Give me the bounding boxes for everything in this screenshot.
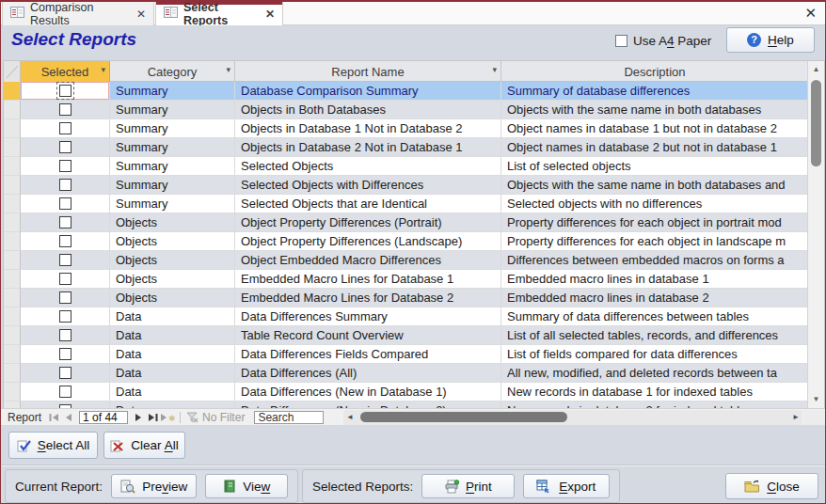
window-close-icon[interactable]: ✕ <box>804 5 817 22</box>
scroll-down-icon[interactable]: ▼ <box>808 392 824 407</box>
help-button[interactable]: ? Help <box>726 27 815 53</box>
category-cell[interactable]: Data <box>110 326 235 345</box>
row-checkbox[interactable] <box>59 179 71 191</box>
search-input[interactable] <box>254 411 324 424</box>
horizontal-scrollbar[interactable]: ◄ ► <box>343 410 802 425</box>
category-cell[interactable]: Objects <box>110 289 235 307</box>
category-cell[interactable]: Summary <box>110 138 235 157</box>
report-name-cell[interactable]: Object Embedded Macro Differences <box>235 251 501 270</box>
row-checkbox[interactable] <box>59 254 71 266</box>
category-cell[interactable]: Objects <box>110 251 235 270</box>
description-cell[interactable]: Summary of database differences <box>501 82 808 101</box>
description-cell[interactable]: All new, modified, and deleted records b… <box>501 364 808 383</box>
selected-cell[interactable] <box>21 82 110 101</box>
row-selector-cell[interactable] <box>4 251 21 270</box>
column-dropdown-icon[interactable]: ▾ <box>101 65 105 74</box>
row-checkbox[interactable] <box>59 85 71 97</box>
report-name-cell[interactable]: Objects in Database 1 Not in Database 2 <box>235 119 501 138</box>
selected-cell[interactable] <box>21 289 110 307</box>
report-name-cell[interactable]: Embedded Macro Lines for Database 1 <box>235 270 501 289</box>
row-selector-cell[interactable] <box>4 138 21 157</box>
report-name-cell[interactable]: Data Differences (New in Database 1) <box>235 383 501 402</box>
description-cell[interactable]: List of selected objects <box>501 157 808 176</box>
report-name-cell[interactable]: Selected Objects with Differences <box>235 176 501 195</box>
category-cell[interactable]: Summary <box>110 82 235 101</box>
category-cell[interactable]: Objects <box>110 213 235 232</box>
row-checkbox[interactable] <box>59 348 71 360</box>
row-checkbox[interactable] <box>59 310 71 323</box>
category-cell[interactable]: Summary <box>110 119 235 138</box>
description-cell[interactable]: Selected objects with no differences <box>501 195 808 213</box>
scroll-left-icon[interactable]: ◄ <box>343 410 357 425</box>
row-selector-cell[interactable] <box>4 270 21 289</box>
clear-all-button[interactable]: Clear All <box>103 432 185 459</box>
description-cell[interactable]: Object names in database 1 but not in da… <box>501 119 808 138</box>
description-cell[interactable]: Objects with the same name in both datab… <box>501 176 808 195</box>
category-cell[interactable]: Data <box>110 383 235 402</box>
row-selector-cell[interactable] <box>4 345 21 364</box>
category-cell[interactable]: Summary <box>110 176 235 195</box>
row-selector-cell[interactable] <box>4 307 21 326</box>
row-checkbox[interactable] <box>59 122 71 134</box>
row-checkbox[interactable] <box>59 141 71 153</box>
selected-cell[interactable] <box>21 176 110 195</box>
row-checkbox[interactable] <box>59 273 71 285</box>
description-cell[interactable]: Summary of data differences between tabl… <box>501 307 808 326</box>
report-name-cell[interactable]: Selected Objects that are Identical <box>235 195 501 213</box>
report-name-cell[interactable]: Object Property Differences (Landscape) <box>235 232 501 251</box>
report-name-cell[interactable]: Data Differences Summary <box>235 307 501 326</box>
row-checkbox[interactable] <box>59 367 71 379</box>
category-cell[interactable]: Summary <box>110 101 235 119</box>
category-cell[interactable]: Data <box>110 345 235 364</box>
report-name-cell[interactable]: Object Property Differences (Portrait) <box>235 213 501 232</box>
selected-cell[interactable] <box>21 402 110 408</box>
category-cell[interactable]: Data <box>110 307 235 326</box>
report-name-cell[interactable]: Database Comparison Summary <box>235 82 501 101</box>
next-record-icon[interactable] <box>132 413 146 422</box>
selected-cell[interactable] <box>21 345 110 364</box>
report-name-cell[interactable]: Data Differences Fields Compared <box>235 345 501 364</box>
selected-cell[interactable] <box>21 213 110 232</box>
vertical-scrollbar-thumb[interactable] <box>811 80 821 166</box>
category-cell[interactable]: Objects <box>110 270 235 289</box>
export-button[interactable]: Export <box>523 474 610 498</box>
row-checkbox[interactable] <box>59 329 71 341</box>
row-selector-cell[interactable] <box>4 213 21 232</box>
column-header-description[interactable]: Description <box>501 61 808 82</box>
column-header-category[interactable]: Category ▾ <box>110 61 235 82</box>
selected-cell[interactable] <box>21 232 110 251</box>
column-dropdown-icon[interactable]: ▾ <box>226 65 230 74</box>
category-cell[interactable]: Data <box>110 364 235 383</box>
column-header-selected[interactable]: Selected ▾ <box>21 61 110 82</box>
record-indicator[interactable]: 1 of 44 <box>79 411 128 424</box>
report-name-cell[interactable]: Data Differences (All) <box>235 364 501 383</box>
tab-select-reports[interactable]: Select Reports ✕ <box>155 2 283 25</box>
close-button[interactable]: Close <box>725 473 818 499</box>
row-checkbox[interactable] <box>59 291 71 304</box>
row-selector-cell[interactable] <box>4 402 21 408</box>
scroll-right-icon[interactable]: ► <box>789 410 802 425</box>
report-name-cell[interactable]: Objects in Both Databases <box>235 101 501 119</box>
category-cell[interactable]: Data <box>110 402 235 408</box>
scroll-up-icon[interactable]: ▲ <box>808 62 824 77</box>
category-cell[interactable]: Summary <box>110 157 235 176</box>
description-cell[interactable]: Property differences for each object in … <box>501 213 808 232</box>
selected-cell[interactable] <box>21 251 110 270</box>
view-button[interactable]: View <box>205 474 288 498</box>
row-checkbox[interactable] <box>59 197 71 210</box>
description-cell[interactable]: Differences between embedded macros on f… <box>501 251 808 270</box>
row-selector-cell[interactable] <box>4 289 21 307</box>
description-cell[interactable]: Objects with the same name in both datab… <box>501 101 808 119</box>
horizontal-scrollbar-thumb[interactable] <box>360 412 567 422</box>
vertical-scrollbar[interactable]: ▲ ▼ <box>807 61 824 408</box>
selected-cell[interactable] <box>21 119 110 138</box>
selected-cell[interactable] <box>21 157 110 176</box>
row-selector-cell[interactable] <box>4 195 21 213</box>
selected-cell[interactable] <box>21 195 110 213</box>
row-checkbox[interactable] <box>59 216 71 228</box>
selected-cell[interactable] <box>21 307 110 326</box>
row-selector-cell[interactable] <box>4 326 21 345</box>
row-selector-cell[interactable] <box>4 176 21 195</box>
tab-comparison-results[interactable]: Comparison Results ✕ <box>2 2 154 25</box>
description-cell[interactable]: Object names in database 2 but not in da… <box>501 138 808 157</box>
